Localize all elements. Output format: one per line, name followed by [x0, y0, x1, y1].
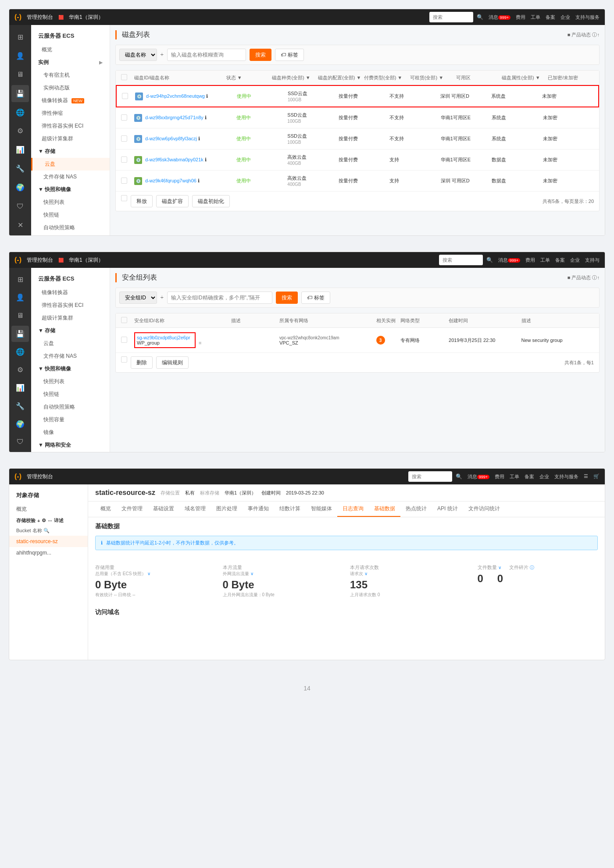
sidebar-item-dedicated[interactable]: 专有宿主机 — [31, 69, 110, 82]
row2-checkbox[interactable] — [121, 114, 127, 121]
nav-ticket-2[interactable]: 工单 — [540, 257, 550, 263]
footer-check[interactable] — [121, 195, 127, 207]
oss-tab-overview[interactable]: 概览 — [95, 502, 116, 517]
nav-search-input-3[interactable] — [408, 471, 452, 482]
oss-tab-api[interactable]: API 统计 — [432, 502, 463, 517]
tag-button-2[interactable]: 🏷 标签 — [301, 292, 330, 304]
row3-checkbox[interactable] — [121, 135, 127, 142]
oss-tab-files[interactable]: 文件管理 — [116, 502, 148, 517]
oss-sidebar-overview[interactable]: 概览 — [9, 503, 88, 516]
icon-settings[interactable]: ⚙ — [11, 123, 29, 140]
row1-check[interactable] — [122, 93, 135, 100]
sg-row1-check[interactable] — [121, 337, 134, 344]
sidebar-item-disk[interactable]: 云盘 — [31, 158, 110, 171]
icon2-user[interactable]: 👤 — [11, 289, 29, 306]
filter-input-1[interactable] — [167, 49, 246, 61]
sidebar2-supercompute[interactable]: 超级计算集群 — [31, 312, 110, 324]
nav-fee-2[interactable]: 费用 — [525, 257, 535, 263]
sg-row1-checkbox[interactable] — [121, 337, 127, 343]
sidebar-section-snapshot[interactable]: ▼ 快照和镜像 — [31, 183, 110, 196]
sidebar2-nas[interactable]: 文件存储 NAS — [31, 350, 110, 363]
oss-tab-access[interactable]: 文件访问统计 — [463, 502, 505, 517]
search-button-2[interactable]: 搜索 — [276, 292, 298, 304]
sidebar-section-instance[interactable]: 实例 ▶ — [31, 56, 110, 69]
icon-storage[interactable]: 💾 — [11, 85, 29, 102]
nav-support-2[interactable]: 支持与 — [585, 257, 600, 263]
region-2[interactable]: 华南1（深圳） — [69, 256, 104, 264]
sidebar-item-dynamic[interactable]: 实例动态版 — [31, 82, 110, 94]
sidebar-item-supercompute[interactable]: 超级计算集群 — [31, 132, 110, 145]
oss-tab-img[interactable]: 图片处理 — [211, 502, 243, 517]
oss-tab-basic[interactable]: 基础设置 — [148, 502, 179, 517]
settings-icon[interactable]: ⚙ — [42, 518, 46, 523]
sidebar-item-converter[interactable]: 镜像转换器 NEW — [31, 94, 110, 107]
product-action-1[interactable]: ■ 产品动态 ⓘ↑ — [568, 32, 600, 38]
sg-delete-btn[interactable]: 删除 — [131, 356, 153, 369]
nav-support-3[interactable]: 支持与服务 — [554, 473, 578, 480]
row2-id[interactable]: d-wz98xxbrgrng425d71n8y — [145, 114, 203, 120]
icon2-grid[interactable]: ⊞ — [11, 271, 29, 288]
sidebar-item-overview[interactable]: 概览 — [31, 43, 110, 56]
row4-checkbox[interactable] — [121, 157, 127, 163]
oss-tab-bigdata[interactable]: 结数计算 — [274, 502, 306, 517]
icon2-globe[interactable]: 🌍 — [11, 416, 29, 432]
sidebar2-snapchain[interactable]: 快照链 — [31, 388, 110, 401]
add-icon[interactable]: + — [37, 518, 40, 523]
nav-msg-1[interactable]: 消息999+ — [489, 14, 510, 21]
sg-row1-id-text[interactable]: sg-wz9b0zxdpt8ucj2e6pr — [137, 335, 193, 340]
nav-enterprise-3[interactable]: 企业 — [539, 473, 549, 480]
search-button-1[interactable]: 搜索 — [250, 49, 271, 61]
nav-enterprise-2[interactable]: 企业 — [570, 257, 580, 263]
sidebar2-section-snapshot[interactable]: ▼ 快照和镜像 — [31, 363, 110, 375]
sidebar-item-snaplist[interactable]: 快照列表 — [31, 196, 110, 209]
icon-monitor[interactable]: 📊 — [11, 141, 29, 158]
oss-tab-media[interactable]: 智能媒体 — [306, 502, 337, 517]
row3-check[interactable] — [121, 135, 134, 142]
nav-record-1[interactable]: 备案 — [546, 14, 555, 21]
product-action-2[interactable]: ■ 产品动态 ⓘ↑ — [568, 274, 600, 281]
row1-id[interactable]: d-wz94hp2vchm68neutqwg — [146, 93, 205, 98]
sg-footer-checkbox[interactable] — [121, 356, 127, 363]
region-1[interactable]: 华南1（深圳） — [69, 14, 104, 21]
expand-btn[interactable]: 磁盘扩容 — [156, 195, 189, 207]
oss-sidebar-another[interactable]: ahihtfnqrpgm... — [9, 547, 88, 559]
icon-user[interactable]: 👤 — [11, 47, 29, 64]
row4-check[interactable] — [121, 157, 134, 164]
oss-sidebar-static[interactable]: static-resource-sz — [9, 536, 88, 547]
sg-footer-check[interactable] — [121, 356, 127, 369]
sidebar2-eci[interactable]: 弹性容器实例 ECI — [31, 299, 110, 312]
nav-fee-3[interactable]: 费用 — [495, 473, 504, 480]
sidebar-item-eci[interactable]: 弹性容器实例 ECI — [31, 120, 110, 132]
icon2-tools[interactable]: 🔧 — [11, 398, 29, 414]
sidebar-item-elasticity[interactable]: 弹性伸缩 — [31, 107, 110, 120]
nav-ticket-3[interactable]: 工单 — [510, 473, 519, 480]
row1-checkbox[interactable] — [122, 93, 128, 99]
sidebar2-section-network[interactable]: ▼ 网络和安全 — [31, 439, 110, 452]
row5-checkbox[interactable] — [121, 178, 127, 184]
icon2-network[interactable]: 🌐 — [11, 344, 29, 360]
sidebar2-section-storage[interactable]: ▼ 存储 — [31, 324, 110, 337]
sidebar2-converter[interactable]: 镜像转换器 — [31, 286, 110, 299]
icon-tools[interactable]: 🔧 — [11, 160, 29, 177]
nav-support-1[interactable]: 支持与服务 — [575, 14, 600, 21]
row4-id[interactable]: d-wz9f6sk3wabma0py021k — [145, 157, 203, 162]
sidebar-item-autopolicy[interactable]: 自动快照策略 — [31, 221, 110, 234]
footer-checkbox[interactable] — [121, 195, 127, 201]
sidebar2-disk[interactable]: 云盘 — [31, 337, 110, 350]
nav-search-input-1[interactable] — [429, 12, 473, 22]
icon2-shield[interactable]: 🛡 — [11, 434, 29, 450]
icon-globe[interactable]: 🌍 — [11, 179, 29, 196]
reinit-btn[interactable]: 磁盘初始化 — [192, 195, 230, 207]
nav-menu-icon[interactable]: ☰ — [584, 473, 588, 480]
sidebar2-snaplist[interactable]: 快照列表 — [31, 375, 110, 388]
filter-select-1[interactable]: 磁盘名称 — [119, 49, 157, 61]
oss-tab-domain[interactable]: 域名管理 — [179, 502, 211, 517]
tag-button-1[interactable]: 🏷 标签 — [275, 49, 304, 61]
sidebar-item-nas[interactable]: 文件存储 NAS — [31, 171, 110, 183]
sidebar2-autopolicy[interactable]: 自动快照策略 — [31, 401, 110, 413]
select-all-checkbox[interactable] — [121, 74, 127, 80]
nav-msg-2[interactable]: 消息999+ — [498, 257, 520, 263]
sg-select-all[interactable] — [121, 317, 127, 323]
more-icon[interactable]: ··· — [48, 518, 52, 523]
row5-id[interactable]: d-wz9k46fqrupg7wqh06 — [145, 178, 196, 183]
